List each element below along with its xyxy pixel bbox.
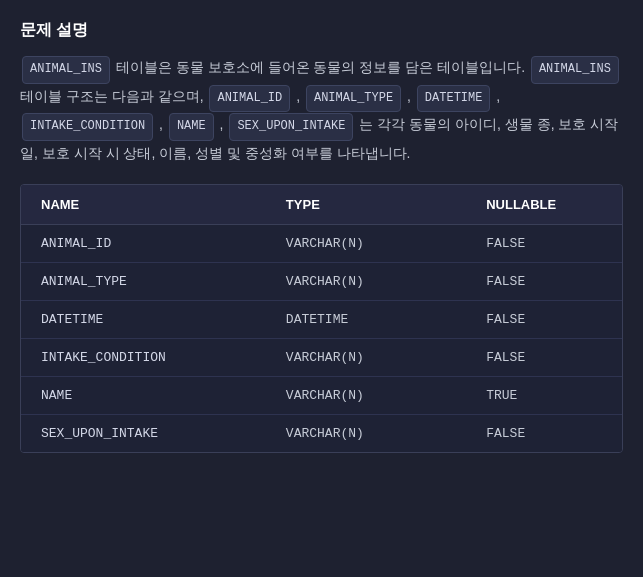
- col-header-name: NAME: [21, 185, 266, 225]
- desc-comma-4: ,: [159, 116, 167, 132]
- cell-nullable: FALSE: [466, 300, 622, 338]
- desc-comma-3: ,: [496, 88, 500, 104]
- tag-intake-condition: INTAKE_CONDITION: [22, 113, 153, 141]
- table-row: SEX_UPON_INTAKEVARCHAR(N)FALSE: [21, 414, 622, 452]
- tag-animal-id: ANIMAL_ID: [209, 85, 290, 113]
- cell-nullable: FALSE: [466, 338, 622, 376]
- cell-type: VARCHAR(N): [266, 338, 466, 376]
- tag-animal-ins-2: ANIMAL_INS: [531, 56, 619, 84]
- cell-type: DATETIME: [266, 300, 466, 338]
- col-header-nullable: NULLABLE: [466, 185, 622, 225]
- cell-name: INTAKE_CONDITION: [21, 338, 266, 376]
- desc-text-1: 테이블은 동물 보호소에 들어온 동물의 정보를 담은 테이블입니다.: [116, 59, 529, 75]
- tag-name: NAME: [169, 113, 214, 141]
- cell-name: ANIMAL_ID: [21, 224, 266, 262]
- cell-name: ANIMAL_TYPE: [21, 262, 266, 300]
- cell-type: VARCHAR(N): [266, 262, 466, 300]
- table-row: NAMEVARCHAR(N)TRUE: [21, 376, 622, 414]
- table-container: NAME TYPE NULLABLE ANIMAL_IDVARCHAR(N)FA…: [20, 184, 623, 453]
- tag-sex-upon-intake: SEX_UPON_INTAKE: [229, 113, 353, 141]
- cell-nullable: FALSE: [466, 224, 622, 262]
- cell-type: VARCHAR(N): [266, 376, 466, 414]
- schema-table: NAME TYPE NULLABLE ANIMAL_IDVARCHAR(N)FA…: [21, 185, 622, 452]
- table-row: ANIMAL_TYPEVARCHAR(N)FALSE: [21, 262, 622, 300]
- table-row: INTAKE_CONDITIONVARCHAR(N)FALSE: [21, 338, 622, 376]
- cell-name: SEX_UPON_INTAKE: [21, 414, 266, 452]
- desc-comma-1: ,: [296, 88, 304, 104]
- section-title: 문제 설명: [20, 20, 623, 41]
- desc-comma-2: ,: [407, 88, 415, 104]
- desc-text-2: 테이블 구조는 다음과 같으며,: [20, 88, 207, 104]
- desc-comma-5: ,: [220, 116, 228, 132]
- cell-type: VARCHAR(N): [266, 224, 466, 262]
- cell-name: NAME: [21, 376, 266, 414]
- table-row: ANIMAL_IDVARCHAR(N)FALSE: [21, 224, 622, 262]
- description: ANIMAL_INS 테이블은 동물 보호소에 들어온 동물의 정보를 담은 테…: [20, 55, 623, 166]
- table-row: DATETIMEDATETIMEFALSE: [21, 300, 622, 338]
- tag-animal-ins-1: ANIMAL_INS: [22, 56, 110, 84]
- cell-name: DATETIME: [21, 300, 266, 338]
- table-header-row: NAME TYPE NULLABLE: [21, 185, 622, 225]
- col-header-type: TYPE: [266, 185, 466, 225]
- tag-datetime: DATETIME: [417, 85, 491, 113]
- cell-nullable: FALSE: [466, 414, 622, 452]
- cell-nullable: FALSE: [466, 262, 622, 300]
- cell-type: VARCHAR(N): [266, 414, 466, 452]
- tag-animal-type: ANIMAL_TYPE: [306, 85, 401, 113]
- cell-nullable: TRUE: [466, 376, 622, 414]
